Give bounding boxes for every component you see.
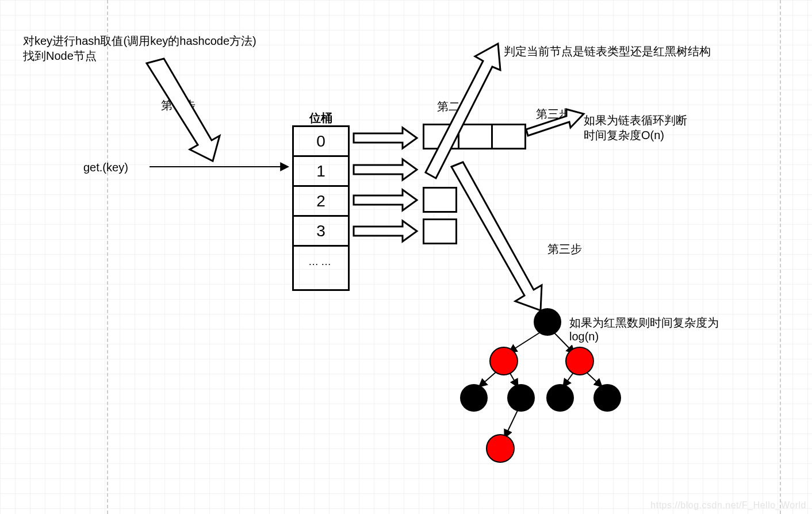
background-grid <box>0 0 812 514</box>
hash-explanation-line2: 找到Node节点 <box>23 48 97 64</box>
step3b-label: 第三步 <box>547 241 582 257</box>
bucket-header: 位桶 <box>309 110 332 126</box>
single-cell-row2 <box>423 187 457 213</box>
rbtree-note-l2: log(n) <box>569 330 599 343</box>
single-cell-row3 <box>423 218 457 244</box>
bucket-row-2: 2 <box>294 187 348 217</box>
linkedlist-note-l2: 时间复杂度O(n) <box>584 128 664 143</box>
step1-label: 第一步 <box>161 98 196 113</box>
bucket-table: 0 1 2 3 …… <box>292 125 350 291</box>
step2-label: 第二步 <box>437 99 472 114</box>
bucket-row-3: 3 <box>294 217 348 247</box>
page-divider-left <box>107 0 108 514</box>
step3a-label: 第三步 <box>536 106 570 122</box>
judge-note: 判定当前节点是链表类型还是红黑树结构 <box>504 44 711 59</box>
page-divider-right <box>780 0 781 514</box>
linkedlist-note-l1: 如果为链表循环判断 <box>584 113 687 128</box>
bucket-row-more: …… <box>294 247 348 277</box>
watermark-text: https://blog.csdn.net/F_Hello_World <box>650 500 806 511</box>
bucket-row-1: 1 <box>294 157 348 187</box>
bucket-row-0: 0 <box>294 127 348 157</box>
rbtree-note-l1: 如果为红黑数则时间复杂度为 <box>569 315 719 331</box>
hash-explanation-line1: 对key进行hash取值(调用key的hashcode方法) <box>23 33 256 49</box>
get-key-label: get.(key) <box>83 161 128 174</box>
linked-list-cells <box>423 124 526 149</box>
